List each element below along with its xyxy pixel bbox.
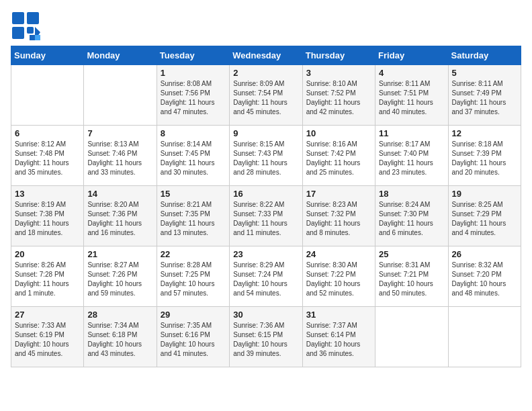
calendar-header-row: SundayMondayTuesdayWednesdayThursdayFrid… [11,46,521,65]
calendar-week-row: 6Sunrise: 8:12 AM Sunset: 7:48 PM Daylig… [11,126,521,186]
calendar-cell: 31Sunrise: 7:37 AM Sunset: 6:14 PM Dayli… [302,307,375,367]
calendar-cell: 14Sunrise: 8:20 AM Sunset: 7:36 PM Dayli… [84,186,157,246]
calendar-week-row: 13Sunrise: 8:19 AM Sunset: 7:38 PM Dayli… [11,186,521,246]
calendar-cell: 7Sunrise: 8:13 AM Sunset: 7:46 PM Daylig… [84,126,157,186]
day-number: 24 [306,249,371,259]
day-detail: Sunrise: 8:10 AM Sunset: 7:52 PM Dayligh… [306,79,371,117]
svg-rect-2 [12,27,24,39]
day-number: 12 [452,128,517,138]
day-detail: Sunrise: 8:18 AM Sunset: 7:39 PM Dayligh… [452,140,517,177]
day-number: 18 [379,189,444,199]
page-header [11,11,521,40]
day-detail: Sunrise: 8:22 AM Sunset: 7:33 PM Dayligh… [233,200,298,238]
day-detail: Sunrise: 8:30 AM Sunset: 7:22 PM Dayligh… [306,261,371,298]
calendar-cell: 24Sunrise: 8:30 AM Sunset: 7:22 PM Dayli… [302,246,375,307]
weekday-header-tuesday: Tuesday [157,46,229,65]
day-number: 15 [161,189,226,199]
day-detail: Sunrise: 8:09 AM Sunset: 7:54 PM Dayligh… [233,79,298,117]
weekday-header-friday: Friday [375,46,448,65]
day-number: 4 [379,68,444,78]
calendar-cell: 5Sunrise: 8:11 AM Sunset: 7:49 PM Daylig… [448,65,521,126]
day-number: 28 [87,310,152,320]
day-number: 22 [161,249,226,259]
calendar-cell: 19Sunrise: 8:25 AM Sunset: 7:29 PM Dayli… [448,186,521,246]
day-detail: Sunrise: 8:21 AM Sunset: 7:35 PM Dayligh… [161,200,226,238]
calendar-cell: 26Sunrise: 8:32 AM Sunset: 7:20 PM Dayli… [448,246,521,307]
calendar-cell: 23Sunrise: 8:29 AM Sunset: 7:24 PM Dayli… [230,246,302,307]
day-number: 10 [306,128,371,138]
calendar-cell: 13Sunrise: 8:19 AM Sunset: 7:38 PM Dayli… [11,186,84,246]
day-number: 21 [87,249,152,259]
day-number: 20 [15,249,80,259]
calendar-cell: 18Sunrise: 8:24 AM Sunset: 7:30 PM Dayli… [375,186,448,246]
day-number: 26 [452,249,517,259]
day-detail: Sunrise: 8:24 AM Sunset: 7:30 PM Dayligh… [379,200,444,238]
calendar-cell: 2Sunrise: 8:09 AM Sunset: 7:54 PM Daylig… [230,65,302,126]
day-number: 7 [87,128,152,138]
day-detail: Sunrise: 8:12 AM Sunset: 7:48 PM Dayligh… [15,140,80,177]
calendar-cell [375,307,448,367]
day-detail: Sunrise: 8:11 AM Sunset: 7:49 PM Dayligh… [452,79,517,117]
calendar-cell: 17Sunrise: 8:23 AM Sunset: 7:32 PM Dayli… [302,186,375,246]
calendar-cell: 3Sunrise: 8:10 AM Sunset: 7:52 PM Daylig… [302,65,375,126]
day-detail: Sunrise: 8:17 AM Sunset: 7:40 PM Dayligh… [379,140,444,177]
day-detail: Sunrise: 7:33 AM Sunset: 6:19 PM Dayligh… [15,321,80,359]
calendar-cell: 8Sunrise: 8:14 AM Sunset: 7:45 PM Daylig… [157,126,229,186]
calendar-week-row: 1Sunrise: 8:08 AM Sunset: 7:56 PM Daylig… [11,65,521,126]
weekday-header-monday: Monday [84,46,157,65]
day-number: 29 [161,310,226,320]
weekday-header-thursday: Thursday [302,46,375,65]
day-detail: Sunrise: 8:25 AM Sunset: 7:29 PM Dayligh… [452,200,517,238]
day-number: 23 [233,249,298,259]
day-number: 31 [306,310,371,320]
day-detail: Sunrise: 7:34 AM Sunset: 6:18 PM Dayligh… [87,321,152,359]
day-detail: Sunrise: 8:19 AM Sunset: 7:38 PM Dayligh… [15,200,80,238]
day-detail: Sunrise: 8:32 AM Sunset: 7:20 PM Dayligh… [452,261,517,298]
weekday-header-saturday: Saturday [448,46,521,65]
day-number: 6 [15,128,80,138]
calendar-cell: 6Sunrise: 8:12 AM Sunset: 7:48 PM Daylig… [11,126,84,186]
day-number: 19 [452,189,517,199]
day-number: 30 [233,310,298,320]
day-number: 1 [161,68,226,78]
day-detail: Sunrise: 8:14 AM Sunset: 7:45 PM Dayligh… [161,140,226,177]
svg-rect-3 [27,27,34,34]
logo [11,11,43,40]
day-detail: Sunrise: 8:23 AM Sunset: 7:32 PM Dayligh… [306,200,371,238]
calendar-cell: 21Sunrise: 8:27 AM Sunset: 7:26 PM Dayli… [84,246,157,307]
calendar-cell: 11Sunrise: 8:17 AM Sunset: 7:40 PM Dayli… [375,126,448,186]
day-number: 8 [161,128,226,138]
calendar-cell: 10Sunrise: 8:16 AM Sunset: 7:42 PM Dayli… [302,126,375,186]
day-detail: Sunrise: 8:27 AM Sunset: 7:26 PM Dayligh… [87,261,152,298]
day-number: 13 [15,189,80,199]
weekday-header-sunday: Sunday [11,46,84,65]
calendar-cell [84,65,157,126]
day-detail: Sunrise: 7:37 AM Sunset: 6:14 PM Dayligh… [306,321,371,359]
day-number: 11 [379,128,444,138]
calendar-cell: 30Sunrise: 7:36 AM Sunset: 6:15 PM Dayli… [230,307,302,367]
day-number: 16 [233,189,298,199]
logo-icon [11,11,40,40]
calendar-week-row: 20Sunrise: 8:26 AM Sunset: 7:28 PM Dayli… [11,246,521,307]
calendar-cell: 27Sunrise: 7:33 AM Sunset: 6:19 PM Dayli… [11,307,84,367]
calendar-table: SundayMondayTuesdayWednesdayThursdayFrid… [11,46,521,367]
day-number: 2 [233,68,298,78]
calendar-cell [448,307,521,367]
calendar-cell: 28Sunrise: 7:34 AM Sunset: 6:18 PM Dayli… [84,307,157,367]
calendar-cell: 20Sunrise: 8:26 AM Sunset: 7:28 PM Dayli… [11,246,84,307]
day-number: 25 [379,249,444,259]
day-number: 17 [306,189,371,199]
day-detail: Sunrise: 7:36 AM Sunset: 6:15 PM Dayligh… [233,321,298,359]
calendar-cell: 4Sunrise: 8:11 AM Sunset: 7:51 PM Daylig… [375,65,448,126]
day-detail: Sunrise: 8:16 AM Sunset: 7:42 PM Dayligh… [306,140,371,177]
day-number: 27 [15,310,80,320]
svg-marker-5 [35,35,40,40]
calendar-cell: 1Sunrise: 8:08 AM Sunset: 7:56 PM Daylig… [157,65,229,126]
calendar-cell: 9Sunrise: 8:15 AM Sunset: 7:43 PM Daylig… [230,126,302,186]
day-number: 3 [306,68,371,78]
calendar-cell [11,65,84,126]
day-detail: Sunrise: 8:20 AM Sunset: 7:36 PM Dayligh… [87,200,152,238]
day-detail: Sunrise: 8:08 AM Sunset: 7:56 PM Dayligh… [161,79,226,117]
svg-rect-1 [27,12,39,24]
svg-rect-0 [12,12,24,24]
